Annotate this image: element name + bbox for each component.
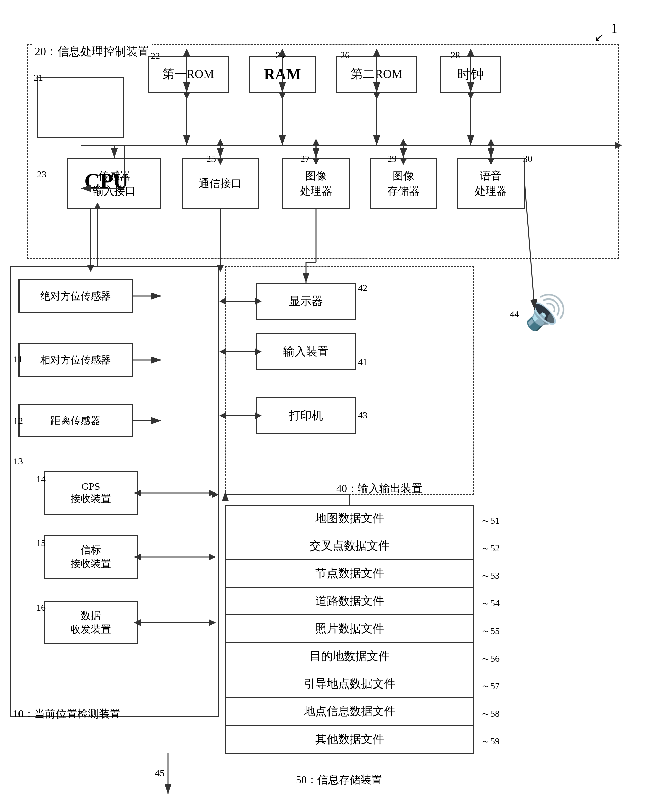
label-22: 22 <box>150 50 160 61</box>
input-dev-text: 输入装置 <box>283 344 329 360</box>
label-43: 43 <box>358 410 368 421</box>
box-dist-sensor: 距离传感器 <box>19 404 133 437</box>
storage-left-border <box>225 505 226 754</box>
label-20: 20：信息处理控制装置 <box>32 44 152 59</box>
box-img-proc: 图像处理器 <box>282 158 350 209</box>
label-23: 23 <box>37 169 46 180</box>
data-transceiver-text: 数据收发装置 <box>70 609 111 636</box>
rel-sensor-text: 相对方位传感器 <box>40 353 111 367</box>
box-sensor-input: 传感器输入接口 <box>67 158 161 209</box>
img-proc-text: 图像处理器 <box>300 168 332 198</box>
box-comm: 通信接口 <box>182 158 259 209</box>
storage-row-53: 节点数据文件 <box>225 560 474 587</box>
label-42: 42 <box>358 283 368 294</box>
label-file-56: ～56 <box>481 652 500 665</box>
label-10: 10：当前位置检测装置 <box>13 707 121 721</box>
label-29: 29 <box>387 154 397 164</box>
box-rom2: 第二ROM <box>336 55 417 93</box>
display-text: 显示器 <box>289 294 323 309</box>
comm-text: 通信接口 <box>199 176 242 191</box>
box-20 <box>27 44 619 259</box>
ram-text: RAM <box>264 65 301 83</box>
file58-text: 地点信息数据文件 <box>304 704 395 719</box>
box-rom1: 第一ROM <box>148 55 229 93</box>
beacon-text: 信标接收装置 <box>70 543 111 571</box>
arrow-indicator: ↙ <box>594 30 604 44</box>
box-beacon: 信标接收装置 <box>44 535 138 579</box>
box-ram: RAM <box>249 55 316 93</box>
abs-sensor-text: 绝对方位传感器 <box>40 289 111 303</box>
rom2-text: 第二ROM <box>351 66 403 82</box>
storage-row-51: 地图数据文件 <box>225 505 474 532</box>
label-41: 41 <box>358 357 368 368</box>
label-file-54: ～54 <box>481 597 500 610</box>
file57-text: 引导地点数据文件 <box>304 676 395 691</box>
label-28: 28 <box>451 50 460 61</box>
label-file-51: ～51 <box>481 514 500 527</box>
label-13: 13 <box>13 456 23 467</box>
file55-text: 照片数据文件 <box>315 621 384 636</box>
box-printer: 打印机 <box>255 397 356 434</box>
box-input-dev: 输入装置 <box>255 333 356 370</box>
clock-text: 时钟 <box>457 65 484 83</box>
label-file-55: ～55 <box>481 625 500 638</box>
label-50: 50：信息存储装置 <box>296 773 382 787</box>
storage-row-52: 交叉点数据文件 <box>225 532 474 560</box>
svg-marker-61 <box>219 298 226 305</box>
file59-text: 其他数据文件 <box>315 732 384 747</box>
storage-row-54: 道路数据文件 <box>225 587 474 615</box>
box-abs-sensor: 绝对方位传感器 <box>19 279 133 313</box>
storage-bottom-border <box>225 753 474 754</box>
page-number: 1 <box>611 20 618 36</box>
label-14: 14 <box>36 474 46 485</box>
label-26: 26 <box>340 50 350 61</box>
label-15: 15 <box>36 538 46 548</box>
label-file-53: ～53 <box>481 569 500 582</box>
voice-proc-text: 语音处理器 <box>475 168 507 198</box>
box-clock: 时钟 <box>440 55 501 93</box>
label-file-52: ～52 <box>481 542 500 554</box>
gps-text: GPS接收装置 <box>70 481 111 506</box>
box-cpu: CPU <box>37 77 124 138</box>
img-mem-text: 图像存储器 <box>387 168 420 198</box>
box-rel-sensor: 相对方位传感器 <box>19 343 133 377</box>
file51-text: 地图数据文件 <box>315 510 384 526</box>
label-30: 30 <box>523 154 532 164</box>
storage-row-59: 其他数据文件 <box>225 726 474 753</box>
label-16: 16 <box>36 602 46 613</box>
label-file-59: ～59 <box>481 735 500 748</box>
box-img-mem: 图像存储器 <box>370 158 437 209</box>
svg-marker-64 <box>219 348 226 355</box>
rom1-text: 第一ROM <box>162 66 214 82</box>
file53-text: 节点数据文件 <box>315 566 384 581</box>
box-voice: 语音处理器 <box>457 158 525 209</box>
box-gps: GPS接收装置 <box>44 471 138 515</box>
storage-row-58: 地点信息数据文件 <box>225 698 474 726</box>
label-40: 40：输入输出装置 <box>336 481 422 496</box>
label-file-57: ～57 <box>481 680 500 693</box>
label-12: 12 <box>13 416 23 426</box>
label-45: 45 <box>155 767 165 779</box>
label-11: 11 <box>13 354 22 365</box>
svg-marker-67 <box>219 412 226 419</box>
storage-row-55: 照片数据文件 <box>225 615 474 643</box>
label-44: 44 <box>510 309 519 320</box>
box-data-transceiver: 数据收发装置 <box>44 601 138 644</box>
storage-row-57: 引导地点数据文件 <box>225 670 474 698</box>
diagram-container: 1 ↙ 20：信息处理控制装置 CPU 21 第一ROM 22 RAM 24 第… <box>0 0 658 812</box>
storage-right-border <box>473 505 474 754</box>
storage-top-border <box>225 505 474 506</box>
label-file-58: ～58 <box>481 707 500 720</box>
storage-row-56: 目的地数据文件 <box>225 643 474 670</box>
box-display: 显示器 <box>255 283 356 320</box>
file56-text: 目的地数据文件 <box>310 649 390 664</box>
label-21: 21 <box>34 72 43 83</box>
label-25: 25 <box>207 154 216 164</box>
dist-sensor-text: 距离传感器 <box>50 414 101 428</box>
sensor-input-text: 传感器输入接口 <box>93 168 136 198</box>
file52-text: 交叉点数据文件 <box>310 538 390 554</box>
file54-text: 道路数据文件 <box>315 593 384 609</box>
printer-text: 打印机 <box>289 408 323 423</box>
label-24: 24 <box>276 50 285 61</box>
label-27: 27 <box>300 154 310 164</box>
